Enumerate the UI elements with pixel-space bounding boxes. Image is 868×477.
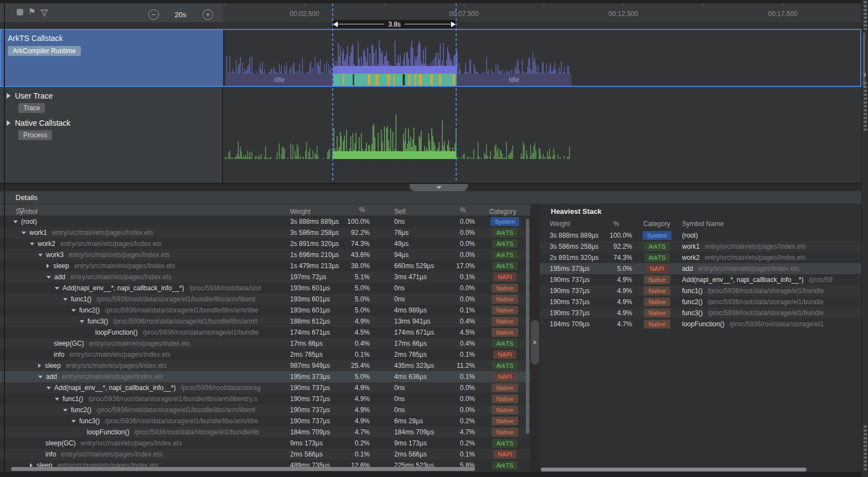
heaviest-stack-row[interactable]: 195ms 373µs5.0%NAPIaddentry/src/main/ets… bbox=[540, 263, 868, 274]
column-self-pct[interactable]: % bbox=[455, 206, 471, 214]
details-table-row[interactable]: addentry/src/main/ets/pages/Index.ets195… bbox=[0, 371, 530, 382]
column-symbol-name[interactable]: Symbol Name bbox=[682, 220, 724, 228]
collapse-details-handle[interactable] bbox=[410, 184, 468, 191]
weight-value: 193ms 601µs bbox=[290, 305, 330, 316]
expand-icon[interactable] bbox=[7, 120, 11, 126]
details-table-row[interactable]: (root)3s 888ms 889µs100.0%0ns0.0%System bbox=[0, 216, 530, 227]
collapse-icon[interactable] bbox=[55, 287, 59, 290]
selection-end-handle[interactable] bbox=[456, 3, 457, 183]
collapse-icon[interactable] bbox=[80, 320, 84, 323]
heaviest-stack-row[interactable]: 190ms 737µs4.9%Nativefunc3()/proc/5936/r… bbox=[540, 307, 868, 319]
details-table-row[interactable]: func2()/proc/5936/root/data/storage/el1/… bbox=[0, 305, 530, 316]
details-table-row[interactable]: func2()/proc/5936/root/data/storage/el1/… bbox=[0, 404, 530, 416]
details-table-row[interactable]: Add(napi_env__*, napi_callback_info__*)/… bbox=[0, 382, 530, 393]
symbol-name: func1() bbox=[71, 295, 91, 303]
arkts-activity-chart[interactable]: idleidle bbox=[224, 30, 860, 86]
self_pct-value: 0.0% bbox=[438, 249, 475, 260]
details-table[interactable]: (root)3s 888ms 889µs100.0%0ns0.0%Systemw… bbox=[0, 216, 530, 471]
symbol-name: func1() bbox=[63, 395, 83, 403]
track-arkts-callstack[interactable]: idleidle ArkTS Callstack ArkCompiler Run… bbox=[0, 29, 861, 87]
details-table-row[interactable]: work3entry/src/main/ets/pages/Index.ets1… bbox=[0, 249, 530, 260]
track-native-callstack[interactable]: Native Callstack Process bbox=[0, 114, 861, 183]
track-user-trace-label-cell[interactable]: User Trace Trace bbox=[0, 87, 223, 114]
details-table-row[interactable]: sleepentry/src/main/ets/pages/Index.ets1… bbox=[0, 260, 530, 271]
details-table-row[interactable]: loopFunction()/proc/5936/root/data/stora… bbox=[0, 427, 530, 438]
collapse-icon[interactable] bbox=[30, 243, 34, 245]
selection-start-handle[interactable] bbox=[332, 3, 333, 183]
category-badge: Native bbox=[492, 328, 518, 337]
self-value: 2ms 765µs bbox=[394, 349, 427, 360]
collapse-icon[interactable] bbox=[71, 309, 76, 312]
collapse-icon[interactable] bbox=[46, 276, 51, 279]
collapse-icon[interactable] bbox=[38, 376, 43, 378]
symbol-path: entry/src/main/ets/pages/Index.ets bbox=[62, 373, 163, 381]
details-table-row[interactable]: infoentry/src/main/ets/pages/Index.ets2m… bbox=[0, 449, 530, 460]
heaviest-horizontal-scrollbar[interactable] bbox=[541, 468, 807, 471]
flag-marker-icon[interactable]: ⚑ bbox=[28, 8, 35, 16]
heaviest-stack-row[interactable]: 3s 586ms 258µs92.2%ArkTSwork1entry/src/m… bbox=[540, 241, 868, 252]
pct-value: 25.4% bbox=[332, 360, 370, 371]
details-table-row[interactable]: func3()/proc/5936/root/data/storage/el1/… bbox=[0, 416, 530, 427]
details-table-row[interactable]: sleep(GC)entry/src/main/ets/pages/Index.… bbox=[0, 338, 530, 349]
tool-tab[interactable] bbox=[864, 1, 867, 30]
heaviest-stack-row[interactable]: 3s 888ms 889µs100.0%System(root) bbox=[540, 230, 868, 241]
collapse-icon[interactable] bbox=[13, 220, 18, 223]
heaviest-stack-row[interactable]: 190ms 737µs4.9%Nativefunc2()/proc/5936/r… bbox=[540, 296, 868, 307]
user-trace-chart[interactable] bbox=[223, 87, 861, 114]
weight-value: 987ms 949µs bbox=[290, 360, 330, 371]
expand-heaviest-handle[interactable] bbox=[531, 320, 539, 365]
expand-icon[interactable] bbox=[46, 264, 49, 268]
collapse-icon[interactable] bbox=[46, 387, 51, 389]
details-horizontal-scrollbar[interactable] bbox=[11, 467, 475, 471]
track-user-trace[interactable]: User Trace Trace bbox=[0, 87, 861, 114]
details-table-row[interactable]: addentry/src/main/ets/pages/Index.ets197… bbox=[0, 271, 530, 283]
collapse-icon[interactable] bbox=[55, 398, 59, 401]
details-table-row[interactable]: infoentry/src/main/ets/pages/Index.ets2m… bbox=[0, 349, 530, 360]
heaviest-stack-row[interactable]: 2s 891ms 320µs74.3%ArkTSwork2entry/src/m… bbox=[540, 252, 868, 263]
stop-recording-icon[interactable] bbox=[17, 9, 23, 16]
native-activity-chart[interactable] bbox=[223, 114, 861, 183]
details-table-row[interactable]: func3()/proc/5936/root/data/storage/el1/… bbox=[0, 316, 530, 327]
collapse-left-icon[interactable] bbox=[863, 73, 866, 77]
expand-icon[interactable] bbox=[7, 93, 11, 99]
collapse-icon[interactable] bbox=[63, 298, 68, 301]
category-badge: Native bbox=[492, 428, 518, 437]
filter-icon[interactable] bbox=[40, 9, 48, 19]
collapse-icon[interactable] bbox=[38, 254, 43, 257]
heaviest-stack-row[interactable]: 190ms 737µs4.9%Nativefunc1()/proc/5936/r… bbox=[540, 285, 868, 296]
heaviest-stack-row[interactable]: 184ms 709µs4.7%NativeloopFunction()/proc… bbox=[540, 319, 868, 330]
details-table-row[interactable]: func1()/proc/5936/root/data/storage/el1/… bbox=[0, 294, 530, 305]
zoom-in-button[interactable]: + bbox=[203, 9, 213, 20]
self_pct-value: 11.2% bbox=[438, 360, 475, 371]
symbol-name: Add(napi_env__*, napi_callback_info__*) bbox=[682, 276, 804, 284]
details-vertical-scrollbar[interactable] bbox=[526, 219, 529, 434]
category-badge: NAPI bbox=[645, 264, 669, 273]
details-table-row[interactable]: work2entry/src/main/ets/pages/Index.ets2… bbox=[0, 238, 530, 249]
column-weight-pct[interactable]: % bbox=[354, 206, 370, 214]
expand-icon[interactable] bbox=[38, 363, 41, 368]
heaviest-stack-row[interactable]: 190ms 737µs4.9%NativeAdd(napi_env__*, na… bbox=[540, 274, 868, 285]
heaviest-stack-rows[interactable]: 3s 888ms 889µs100.0%System(root)3s 586ms… bbox=[540, 230, 868, 330]
details-table-row[interactable]: func1()/proc/5936/root/data/storage/el1/… bbox=[0, 393, 530, 404]
track-native-label-cell[interactable]: Native Callstack Process bbox=[0, 114, 223, 183]
tool-tab[interactable] bbox=[864, 82, 867, 132]
details-table-row[interactable]: work1entry/src/main/ets/pages/Index.ets3… bbox=[0, 227, 530, 238]
collapse-icon[interactable] bbox=[22, 232, 26, 234]
collapse-icon[interactable] bbox=[63, 409, 68, 412]
selection-duration[interactable]: 3.8s bbox=[333, 20, 456, 28]
column-pct[interactable]: % bbox=[613, 220, 619, 228]
details-table-row[interactable]: Add(napi_env__*, napi_callback_info__*)/… bbox=[0, 283, 530, 294]
details-table-row[interactable]: loopFunction()/proc/5936/root/data/stora… bbox=[0, 327, 530, 338]
timeline-ruler[interactable]: 00:02.50000:07.50000:12.50000:17.500 bbox=[223, 3, 861, 23]
column-category[interactable]: Category bbox=[643, 220, 670, 228]
column-weight[interactable]: Weight bbox=[550, 220, 570, 228]
filter-icon[interactable] bbox=[18, 208, 24, 216]
tool-tab[interactable] bbox=[864, 425, 867, 472]
details-table-row[interactable]: sleepentry/src/main/ets/pages/Index.ets9… bbox=[0, 360, 530, 371]
symbol-path: entry/src/main/ets/pages/Index.ets bbox=[698, 265, 799, 273]
tracks-vertical-scrollbar[interactable] bbox=[863, 32, 865, 88]
track-arkts-label-cell[interactable]: ArkTS Callstack ArkCompiler Runtime bbox=[1, 30, 224, 86]
details-table-row[interactable]: sleep(GC)entry/src/main/ets/pages/Index.… bbox=[0, 438, 530, 449]
zoom-out-button[interactable]: − bbox=[148, 9, 159, 20]
collapse-icon[interactable] bbox=[71, 420, 76, 423]
